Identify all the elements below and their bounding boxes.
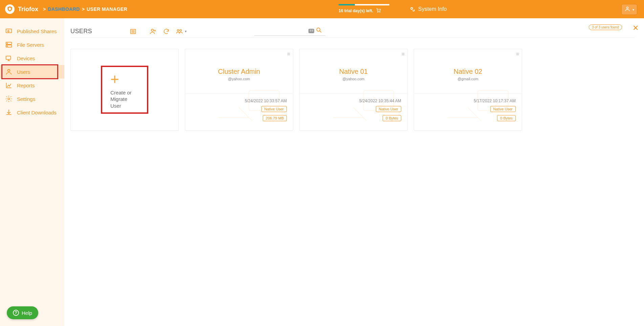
user-timestamp: 5/24/2022 10:33:57 AM bbox=[191, 99, 287, 103]
trial-progress bbox=[339, 4, 389, 5]
sidebar-item-file-servers[interactable]: File Servers bbox=[0, 38, 64, 51]
user-name: Cluster Admin bbox=[218, 68, 260, 75]
system-info-label: System Info bbox=[418, 6, 447, 12]
users-icon bbox=[5, 68, 13, 75]
search-area: ⠿⠿ bbox=[254, 27, 325, 36]
svg-point-3 bbox=[626, 7, 628, 8]
create-user-card[interactable]: + Create or Migrate User bbox=[70, 49, 179, 131]
svg-point-14 bbox=[177, 29, 179, 31]
sidebar-item-devices[interactable]: Devices bbox=[0, 51, 64, 65]
trial-days-label: 16 trial day(s) left. bbox=[339, 8, 373, 13]
toolbar: ▾ bbox=[129, 27, 187, 36]
svg-point-13 bbox=[151, 29, 153, 31]
user-name: Native 01 bbox=[339, 68, 368, 75]
svg-point-2 bbox=[411, 7, 413, 9]
search-input[interactable] bbox=[254, 28, 308, 34]
user-size-tag: 206.79 MB bbox=[263, 115, 287, 121]
create-highlight-box: + Create or Migrate User bbox=[101, 66, 148, 114]
page-header: USERS ▾ ⠿⠿ bbox=[70, 25, 635, 38]
svg-rect-9 bbox=[6, 56, 11, 60]
sidebar-item-label: Devices bbox=[17, 56, 35, 61]
user-name: Native 02 bbox=[454, 68, 482, 75]
svg-point-15 bbox=[180, 29, 181, 31]
refresh-button[interactable] bbox=[163, 28, 170, 35]
chevron-down-icon: ▾ bbox=[632, 8, 634, 12]
user-card[interactable]: ≡ Native 01 @yahoo.com 5/24/2022 10:35:4… bbox=[299, 49, 408, 131]
sidebar-item-client-downloads[interactable]: Client Downloads bbox=[0, 106, 64, 119]
sidebar-item-users[interactable]: Users bbox=[0, 65, 64, 79]
server-icon bbox=[5, 41, 13, 48]
brand-name: Triofox bbox=[18, 6, 38, 13]
help-icon: ? bbox=[13, 310, 19, 316]
user-size-tag: 0 Bytes bbox=[497, 115, 516, 121]
user-timestamp: 5/17/2022 10:17:37 AM bbox=[420, 99, 516, 103]
svg-point-16 bbox=[317, 28, 320, 31]
group-dropdown-button[interactable]: ▾ bbox=[176, 28, 187, 35]
svg-point-1 bbox=[380, 12, 380, 12]
gear-icon bbox=[408, 5, 415, 14]
sidebar-item-published-shares[interactable]: Published Shares bbox=[0, 24, 64, 38]
list-view-button[interactable] bbox=[129, 28, 137, 35]
sidebar-item-label: Published Shares bbox=[17, 28, 57, 34]
chart-icon bbox=[5, 82, 13, 89]
svg-point-8 bbox=[7, 46, 8, 46]
user-card[interactable]: ≡ Cluster Admin @yahoo.com 5/24/2022 10:… bbox=[185, 49, 293, 131]
trial-area: 16 trial day(s) left. bbox=[339, 0, 389, 18]
search-icon[interactable] bbox=[316, 27, 322, 35]
cards-container: + Create or Migrate User ≡ Cluster Admin… bbox=[70, 49, 635, 131]
system-info-button[interactable]: System Info bbox=[408, 0, 447, 18]
user-email: @yahoo.com bbox=[228, 77, 250, 81]
sidebar: Published Shares File Servers Devices Us… bbox=[0, 18, 64, 326]
add-user-button[interactable] bbox=[149, 28, 157, 35]
brand-logo bbox=[5, 4, 15, 14]
user-type-tag: Native User bbox=[376, 106, 401, 112]
keyboard-icon: ⠿⠿ bbox=[308, 29, 314, 33]
create-user-label: Create or Migrate User bbox=[110, 89, 139, 109]
chevron-down-icon: ▾ bbox=[185, 29, 187, 33]
svg-point-10 bbox=[8, 69, 10, 71]
breadcrumb-sep: > bbox=[82, 6, 85, 12]
help-button[interactable]: ? Help bbox=[7, 306, 38, 319]
plus-icon: + bbox=[110, 72, 139, 87]
close-button[interactable]: ✕ bbox=[632, 24, 639, 32]
svg-point-11 bbox=[8, 98, 10, 100]
sidebar-item-label: File Servers bbox=[17, 42, 44, 48]
device-icon bbox=[5, 55, 13, 62]
user-type-tag: Native User bbox=[490, 106, 516, 112]
svg-point-7 bbox=[7, 43, 8, 44]
breadcrumb-dashboard[interactable]: DASHBOARD bbox=[48, 6, 80, 12]
app-header: Triofox > DASHBOARD > USER MANAGER 16 tr… bbox=[0, 0, 644, 18]
share-icon bbox=[5, 27, 13, 35]
sidebar-item-label: Settings bbox=[17, 96, 35, 102]
user-card[interactable]: ≡ Native 02 @gmail.com 5/17/2022 10:17:3… bbox=[414, 49, 522, 131]
user-email: @gmail.com bbox=[457, 77, 478, 81]
user-type-tag: Native User bbox=[261, 106, 287, 112]
download-icon bbox=[5, 109, 13, 116]
page-title: USERS bbox=[70, 28, 92, 35]
user-menu-button[interactable]: ▾ bbox=[621, 4, 637, 15]
sidebar-item-label: Reports bbox=[17, 83, 35, 88]
sidebar-item-label: Users bbox=[17, 69, 30, 75]
cart-icon[interactable] bbox=[376, 7, 381, 14]
user-icon bbox=[624, 6, 630, 13]
user-size-tag: 0 Bytes bbox=[383, 115, 401, 121]
user-email: @yahoo.com bbox=[343, 77, 365, 81]
user-timestamp: 5/24/2022 10:35:44 AM bbox=[306, 99, 401, 103]
sidebar-item-settings[interactable]: Settings bbox=[0, 92, 64, 106]
users-count-pill: 3 of 3 users found bbox=[589, 24, 622, 30]
svg-point-0 bbox=[378, 12, 378, 12]
gear-icon bbox=[5, 95, 13, 103]
help-label: Help bbox=[22, 310, 32, 316]
sidebar-item-reports[interactable]: Reports bbox=[0, 79, 64, 92]
breadcrumb-sep: > bbox=[43, 6, 46, 12]
main-content: USERS ▾ ⠿⠿ 3 of 3 users found ✕ + Create… bbox=[64, 18, 644, 326]
breadcrumb-current: USER MANAGER bbox=[87, 6, 127, 12]
sidebar-item-label: Client Downloads bbox=[17, 110, 57, 115]
